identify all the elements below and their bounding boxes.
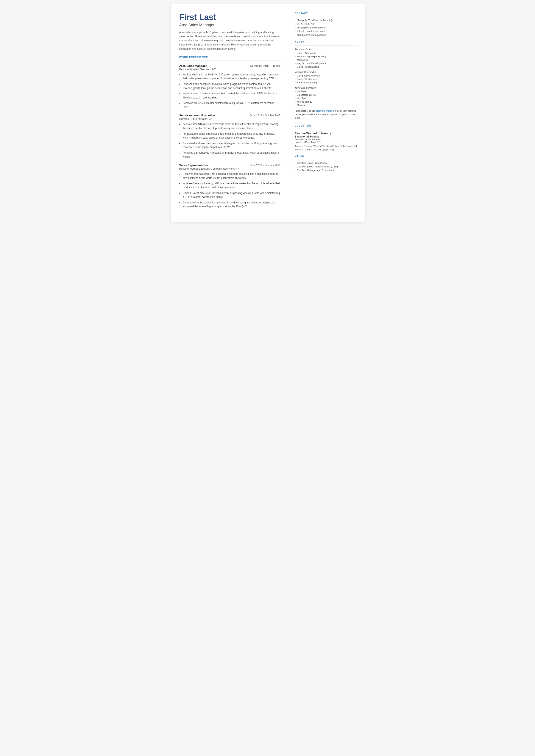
job-dates-3: June 2010 – January 2013 xyxy=(250,164,281,167)
contact-phone: +1-234-456-789 xyxy=(295,23,358,25)
work-experience-header: WORK EXPERIENCE xyxy=(179,56,281,59)
left-column: First Last Area Sales Manager Area sales… xyxy=(171,4,288,222)
bullet-1-1: Worked directly in the field with 230 sa… xyxy=(179,72,281,81)
edu-field-1: Business Administration xyxy=(295,138,358,141)
job-bullets-1: Worked directly in the field with 230 sa… xyxy=(179,72,281,109)
skill-industry-1: Competitive Analysis xyxy=(295,74,358,77)
bullet-3-4: Contributed to the overall company profi… xyxy=(179,201,281,209)
job-block-1: Area Sales Manager November 2015 – Prese… xyxy=(179,64,281,109)
job-dates-1: November 2015 – Present xyxy=(250,65,281,68)
job-bullets-3: Received referrals from 1.9K satisfied c… xyxy=(179,172,281,209)
edu-school-1: Resume Worded University xyxy=(295,132,358,135)
job-title-2: Senior Account Executive xyxy=(179,114,215,117)
summary-text: Area sales manager with 10 years of succ… xyxy=(179,30,281,51)
bullet-3-1: Received referrals from 1.9K satisfied c… xyxy=(179,172,281,180)
skill-technical-4: Key Account Development xyxy=(295,62,358,65)
skills-category-technical-label: Technical Skills: xyxy=(295,48,358,51)
skill-industry-2: Sales Effectiveness xyxy=(295,78,358,80)
job-dates-2: June 2013 – October 2015 xyxy=(250,114,281,117)
right-column: CONTACT Memphis, TN (Open to Remote) +1-… xyxy=(288,4,365,222)
bullet-2-4: Achieved a productivity milestone by pro… xyxy=(179,151,281,159)
edu-location-1: Boston, MA — May 2010 xyxy=(295,141,358,143)
other-list: Certified Sales Professional. Certified … xyxy=(295,162,358,172)
skill-tools-2: Salesforce (CRM) xyxy=(295,94,358,96)
other-item-1: Certified Sales Professional. xyxy=(295,162,358,164)
job-header-1: Area Sales Manager November 2015 – Prese… xyxy=(179,64,281,68)
job-company-3: Resume Worded's Exciting Company, New Yo… xyxy=(179,167,281,170)
contact-email: email@resumeworded.com xyxy=(295,26,358,29)
skills-header: SKILLS xyxy=(295,41,358,43)
bullet-1-3: Implemented 14 sales strategies that boo… xyxy=(179,92,281,99)
skill-tools-1: NetSuite xyxy=(295,90,358,93)
job-block-3: Sales Representative June 2010 – January… xyxy=(179,164,281,209)
skill-technical-5: Sales Presentations xyxy=(295,66,358,68)
skill-tools-4: MicroStrategy xyxy=(295,100,358,103)
skill-technical-2: Forecasting (Experienced) xyxy=(295,55,358,58)
resume-worded-link[interactable]: Resume Worded xyxy=(316,109,334,112)
job-company-1: Resume Worded, New York, NY xyxy=(179,68,281,71)
job-block-2: Senior Account Executive June 2013 – Oct… xyxy=(179,114,281,159)
skill-tools-3: HubSpot xyxy=(295,97,358,99)
skill-technical-3: Marketing xyxy=(295,59,358,61)
resume-container: First Last Area Sales Manager Area sales… xyxy=(171,4,365,222)
education-divider xyxy=(295,129,358,129)
job-company-2: Growthsi, San Francisco, CA xyxy=(179,118,281,121)
skills-tools-list: NetSuite Salesforce (CRM) HubSpot MicroS… xyxy=(295,90,358,106)
job-title-1: Area Sales Manager xyxy=(179,64,207,68)
bullet-2-1: Accumulated $16M in sales revenue over t… xyxy=(179,122,281,130)
other-item-2: Certified Sales Representative (CSR). xyxy=(295,165,358,168)
other-header: OTHER xyxy=(295,154,358,157)
job-bullets-2: Accumulated $16M in sales revenue over t… xyxy=(179,122,281,159)
skills-divider xyxy=(295,45,358,45)
skills-category-tools-label: Tools and Software: xyxy=(295,86,358,89)
contact-github: github.com/resumeworded xyxy=(295,34,358,36)
bullet-2-3: Conceived and executed new sales strateg… xyxy=(179,141,281,149)
job-header-2: Senior Account Executive June 2013 – Oct… xyxy=(179,114,281,117)
skills-technical-list: Sales (Advanced) Forecasting (Experience… xyxy=(295,52,358,68)
contact-header: CONTACT xyxy=(295,12,358,14)
contact-location: Memphis, TN (Open to Remote) xyxy=(295,19,358,21)
job-title-3: Sales Representative xyxy=(179,164,209,167)
bullet-1-2: Launched and executed innovative sales p… xyxy=(179,82,281,90)
bullet-3-2: Increased sales volume by 40% in a compe… xyxy=(179,182,281,189)
skill-tools-5: Minitab xyxy=(295,104,358,106)
bullet-2-2: Formulated creative strategies that incr… xyxy=(179,132,281,140)
candidate-title: Area Sales Manager xyxy=(179,23,281,27)
skills-category-industry-label: Industry Knowledge: xyxy=(295,71,358,73)
contact-list: Memphis, TN (Open to Remote) +1-234-456-… xyxy=(295,19,358,36)
contact-divider xyxy=(295,16,358,16)
education-block-1: Resume Worded University Bachelor of Sci… xyxy=(295,132,358,152)
skills-industry-list: Competitive Analysis Sales Effectiveness… xyxy=(295,74,358,84)
other-item-3: Certified Management Consultant. xyxy=(295,169,358,172)
skill-technical-1: Sales (Advanced) xyxy=(295,52,358,54)
bullet-3-3: Gained SalesForce MVP for consistently s… xyxy=(179,191,281,199)
job-header-3: Sales Representative June 2010 – January… xyxy=(179,164,281,167)
bullet-1-4: Achieved an 80% customer satisfaction ra… xyxy=(179,101,281,109)
other-divider xyxy=(295,159,358,159)
education-header: EDUCATION xyxy=(295,125,358,127)
contact-linkedin: linkedin.com/in/username xyxy=(295,30,358,33)
skill-industry-3: Sales & Marketing xyxy=(295,81,358,84)
edu-awards-1: Awards: Resume Worded Teaching Fellow (o… xyxy=(295,144,358,152)
candidate-name: First Last xyxy=(179,13,281,22)
edu-degree-1: Bachelor of Science xyxy=(295,135,358,138)
skills-note: • Don't forget to use Resume Worded to s… xyxy=(295,109,358,120)
